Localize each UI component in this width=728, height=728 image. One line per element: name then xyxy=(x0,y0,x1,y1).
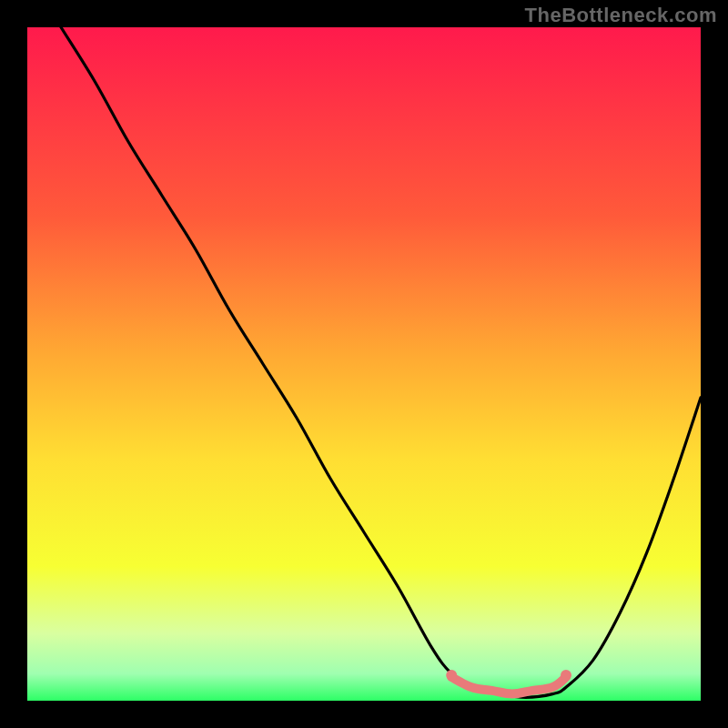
plateau-end-dot xyxy=(561,670,571,681)
chart-container: TheBottleneck.com xyxy=(0,0,728,728)
watermark-text: TheBottleneck.com xyxy=(525,4,717,27)
plot-area xyxy=(27,27,701,701)
plateau-start-dot xyxy=(446,670,457,681)
gradient-background xyxy=(27,27,701,701)
chart-svg xyxy=(27,27,701,701)
